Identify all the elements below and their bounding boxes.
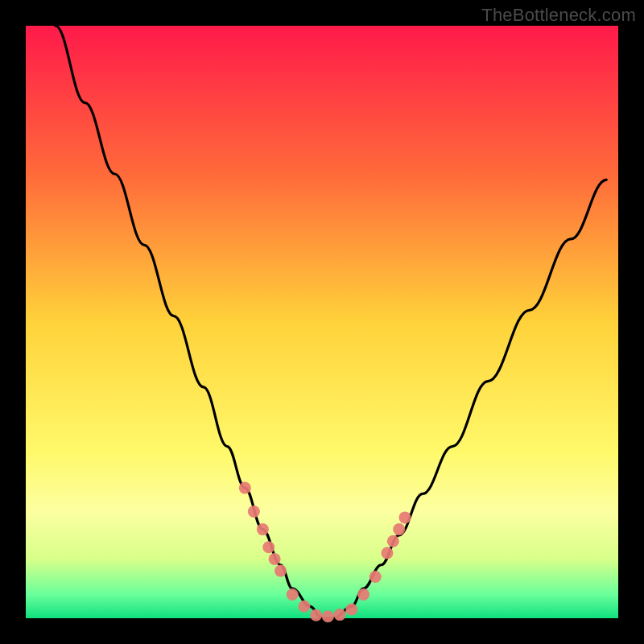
highlight-dot xyxy=(275,565,287,577)
bottleneck-chart xyxy=(0,0,644,644)
highlight-dot xyxy=(399,511,411,523)
highlight-dot xyxy=(310,609,322,621)
watermark-text: TheBottleneck.com xyxy=(481,5,636,26)
highlight-dot xyxy=(248,506,260,518)
chart-frame xyxy=(0,0,644,644)
highlight-dot xyxy=(345,603,357,615)
highlight-dot xyxy=(387,535,399,547)
highlight-dot xyxy=(239,482,251,494)
highlight-dot xyxy=(334,609,346,621)
highlight-dot xyxy=(322,610,334,622)
plot-background xyxy=(26,26,618,618)
highlight-dot xyxy=(393,523,405,535)
highlight-dot xyxy=(257,523,269,535)
highlight-dot xyxy=(369,571,382,583)
highlight-dot xyxy=(381,547,393,559)
highlight-dot xyxy=(298,601,310,613)
highlight-dot xyxy=(269,553,281,565)
highlight-dot xyxy=(357,588,369,601)
highlight-dot xyxy=(287,588,299,601)
highlight-dot xyxy=(262,541,275,553)
